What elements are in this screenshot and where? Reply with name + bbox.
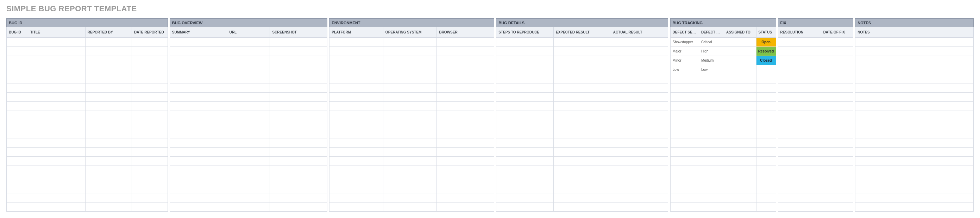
cell-steps_to_reproduce[interactable] (496, 138, 554, 148)
cell-resolution[interactable] (778, 74, 821, 83)
cell-actual_result[interactable] (611, 184, 668, 193)
cell-defect_priority[interactable] (699, 138, 724, 148)
cell-summary[interactable] (170, 111, 227, 120)
cell-status[interactable] (756, 74, 776, 83)
cell-defect_priority[interactable]: Medium (699, 56, 724, 65)
cell-url[interactable] (227, 138, 270, 148)
cell-platform[interactable] (329, 47, 383, 56)
cell-status[interactable] (756, 120, 776, 129)
cell-actual_result[interactable] (611, 175, 668, 184)
cell-date_of_fix[interactable] (821, 56, 853, 65)
cell-bug_id[interactable] (7, 111, 28, 120)
cell-steps_to_reproduce[interactable] (496, 157, 554, 166)
cell-operating_system[interactable] (383, 92, 437, 102)
cell-screenshot[interactable] (270, 157, 328, 166)
cell-assigned_to[interactable] (724, 83, 756, 92)
table-row[interactable] (7, 129, 974, 138)
cell-title[interactable] (28, 175, 86, 184)
cell-date_of_fix[interactable] (821, 184, 853, 193)
cell-status[interactable] (756, 83, 776, 92)
cell-assigned_to[interactable] (724, 138, 756, 148)
cell-status[interactable] (756, 102, 776, 111)
cell-platform[interactable] (329, 193, 383, 202)
cell-defect_priority[interactable] (699, 202, 724, 212)
cell-status[interactable]: Resolved (756, 47, 776, 56)
cell-steps_to_reproduce[interactable] (496, 47, 554, 56)
cell-defect_priority[interactable] (699, 129, 724, 138)
cell-actual_result[interactable] (611, 102, 668, 111)
cell-date_of_fix[interactable] (821, 175, 853, 184)
cell-reported_by[interactable] (85, 47, 132, 56)
cell-defect_priority[interactable] (699, 83, 724, 92)
cell-status[interactable]: Open (756, 38, 776, 47)
cell-expected_result[interactable] (554, 184, 611, 193)
cell-platform[interactable] (329, 120, 383, 129)
cell-notes[interactable] (855, 175, 974, 184)
cell-bug_id[interactable] (7, 148, 28, 157)
cell-expected_result[interactable] (554, 111, 611, 120)
cell-steps_to_reproduce[interactable] (496, 102, 554, 111)
cell-steps_to_reproduce[interactable] (496, 83, 554, 92)
cell-operating_system[interactable] (383, 202, 437, 212)
cell-screenshot[interactable] (270, 65, 328, 74)
cell-status[interactable]: Closed (756, 56, 776, 65)
cell-expected_result[interactable] (554, 202, 611, 212)
cell-platform[interactable] (329, 65, 383, 74)
cell-url[interactable] (227, 38, 270, 47)
table-row[interactable] (7, 74, 974, 83)
cell-actual_result[interactable] (611, 166, 668, 175)
cell-assigned_to[interactable] (724, 38, 756, 47)
cell-expected_result[interactable] (554, 148, 611, 157)
cell-date_of_fix[interactable] (821, 102, 853, 111)
cell-url[interactable] (227, 193, 270, 202)
cell-resolution[interactable] (778, 184, 821, 193)
cell-bug_id[interactable] (7, 92, 28, 102)
cell-defect_severity[interactable] (670, 202, 699, 212)
cell-notes[interactable] (855, 193, 974, 202)
cell-operating_system[interactable] (383, 157, 437, 166)
cell-date_of_fix[interactable] (821, 83, 853, 92)
cell-status[interactable] (756, 175, 776, 184)
cell-url[interactable] (227, 148, 270, 157)
cell-title[interactable] (28, 129, 86, 138)
cell-platform[interactable] (329, 74, 383, 83)
cell-actual_result[interactable] (611, 193, 668, 202)
cell-expected_result[interactable] (554, 65, 611, 74)
cell-screenshot[interactable] (270, 166, 328, 175)
cell-bug_id[interactable] (7, 157, 28, 166)
table-row[interactable] (7, 138, 974, 148)
cell-resolution[interactable] (778, 148, 821, 157)
cell-resolution[interactable] (778, 202, 821, 212)
cell-status[interactable] (756, 157, 776, 166)
cell-screenshot[interactable] (270, 102, 328, 111)
cell-bug_id[interactable] (7, 74, 28, 83)
cell-actual_result[interactable] (611, 47, 668, 56)
cell-title[interactable] (28, 111, 86, 120)
cell-assigned_to[interactable] (724, 111, 756, 120)
cell-defect_severity[interactable] (670, 120, 699, 129)
table-row[interactable] (7, 92, 974, 102)
cell-defect_priority[interactable] (699, 175, 724, 184)
cell-title[interactable] (28, 193, 86, 202)
cell-summary[interactable] (170, 202, 227, 212)
table-row[interactable] (7, 148, 974, 157)
cell-resolution[interactable] (778, 111, 821, 120)
cell-title[interactable] (28, 120, 86, 129)
cell-operating_system[interactable] (383, 56, 437, 65)
cell-reported_by[interactable] (85, 138, 132, 148)
cell-platform[interactable] (329, 157, 383, 166)
cell-summary[interactable] (170, 65, 227, 74)
cell-platform[interactable] (329, 129, 383, 138)
cell-reported_by[interactable] (85, 74, 132, 83)
cell-steps_to_reproduce[interactable] (496, 56, 554, 65)
cell-notes[interactable] (855, 74, 974, 83)
cell-assigned_to[interactable] (724, 175, 756, 184)
cell-expected_result[interactable] (554, 193, 611, 202)
cell-reported_by[interactable] (85, 56, 132, 65)
cell-defect_priority[interactable] (699, 184, 724, 193)
cell-bug_id[interactable] (7, 202, 28, 212)
cell-platform[interactable] (329, 202, 383, 212)
cell-assigned_to[interactable] (724, 47, 756, 56)
cell-operating_system[interactable] (383, 47, 437, 56)
cell-title[interactable] (28, 166, 86, 175)
